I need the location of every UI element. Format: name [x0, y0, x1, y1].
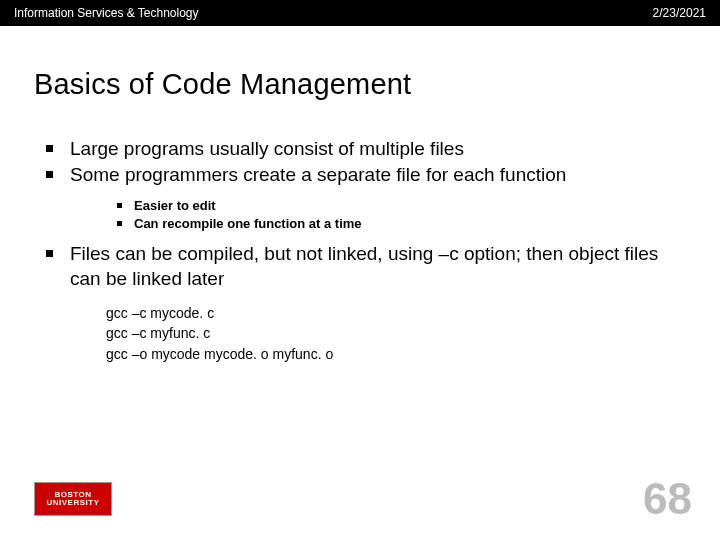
bullet-text: Files can be compiled, but not linked, u… [70, 243, 658, 288]
logo-line2: UNIVERSITY [46, 499, 99, 507]
sub-bullet-list: Easier to edit Can recompile one functio… [70, 198, 686, 233]
code-line: gcc –c mycode. c [106, 303, 686, 323]
bu-logo: BOSTON UNIVERSITY [34, 482, 112, 516]
bullet-text: Some programmers create a separate file … [70, 164, 566, 185]
bullet-item: Files can be compiled, but not linked, u… [34, 242, 686, 364]
bullet-item: Some programmers create a separate file … [34, 163, 686, 232]
code-line: gcc –c myfunc. c [106, 323, 686, 343]
page-number: 68 [643, 474, 692, 524]
sub-bullet-item: Can recompile one function at a time [70, 216, 686, 233]
slide-date: 2/23/2021 [653, 6, 706, 20]
code-block: gcc –c mycode. c gcc –c myfunc. c gcc –o… [70, 303, 686, 364]
code-line: gcc –o mycode mycode. o myfunc. o [106, 344, 686, 364]
slide-title: Basics of Code Management [0, 26, 720, 101]
header-bar: Information Services & Technology 2/23/2… [0, 0, 720, 26]
sub-bullet-item: Easier to edit [70, 198, 686, 215]
org-name: Information Services & Technology [14, 6, 199, 20]
slide-content: Large programs usually consist of multip… [0, 101, 720, 364]
bullet-item: Large programs usually consist of multip… [34, 137, 686, 161]
bullet-list: Large programs usually consist of multip… [34, 137, 686, 364]
